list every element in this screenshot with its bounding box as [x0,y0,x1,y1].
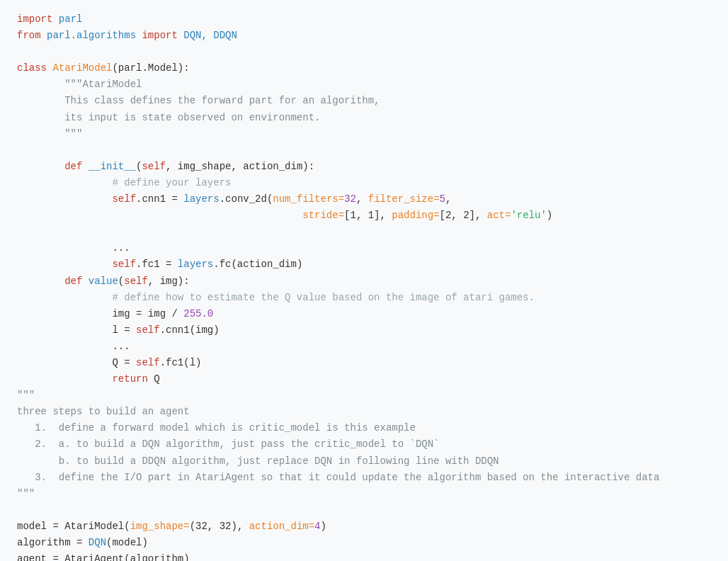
code-line: its input is state observed on environme… [17,110,711,126]
code-token: model = AtariModel( [17,521,130,532]
code-line: from parl.algorithms import DQN, DDQN [17,28,711,44]
code-line: agent = AtariAgent(algorithm) [17,551,711,561]
code-token: img_shape= [130,521,190,532]
code-token: # define how to estimate the Q value bas… [17,292,535,303]
code-line: """AtariModel [17,76,711,93]
code-token: DQN, DDQN [178,30,237,41]
code-line: # define how to estimate the Q value bas… [17,290,711,306]
code-token: [2, 2] [440,210,475,221]
code-token: value [89,276,118,287]
code-token: layers [183,193,219,205]
code-line [17,224,711,240]
code-token: class [17,62,47,74]
code-token: act= [487,210,511,221]
code-token: self [136,324,160,336]
code-token: layers [178,259,213,270]
code-token: , [237,521,249,532]
code-line: self.fc1 = layers.fc(action_dim) [17,256,711,273]
code-token: self [142,161,166,172]
code-token: stride= [302,210,344,221]
code-token: DQN [89,537,106,548]
code-token: 255.0 [183,308,213,319]
code-line: """ [17,126,711,142]
code-token: # define your layers [17,177,231,188]
code-token: 1. define a forward model which is criti… [17,422,416,434]
code-token: .cnn1(img) [160,324,220,336]
code-token: import [17,13,52,25]
code-line: def __init__(self, img_shape, action_dim… [17,159,711,175]
code-line: three steps to build an agent [17,404,711,420]
code-token: , [445,193,451,205]
code-token: Q = [17,357,136,368]
code-token: 3. define the I/O part in AtariAgent so … [17,472,659,483]
code-token: , img): [148,276,190,287]
code-line [17,142,711,159]
code-token: """ [17,488,35,499]
code-line: This class defines the forward part for … [17,93,711,109]
code-token: b. to build a DDQN algorithm, just repla… [17,455,499,467]
code-line: Q = self.fc1(l) [17,355,711,371]
code-token: self [124,276,148,287]
code-line: model = AtariModel(img_shape=(32, 32), a… [17,518,711,535]
code-token: .fc1 = [136,259,178,270]
code-token: return [112,373,147,385]
code-token: """AtariModel [17,79,142,90]
code-token: [1, 1] [344,210,380,221]
code-token: AtariModel [47,62,112,74]
code-line: 2. a. to build a DQN algorithm, just pas… [17,436,711,453]
code-line: # define your layers [17,175,711,191]
code-token: padding= [392,210,439,221]
code-token: 4 [314,521,320,532]
code-token: def [17,161,89,172]
code-line: img = img / 255.0 [17,306,711,322]
code-token: three steps to build an agent [17,406,190,417]
code-token: (parl.Model): [112,62,189,74]
code-token: , [356,193,368,205]
code-token: self [136,357,160,368]
code-line: return Q [17,371,711,387]
code-token: 32 [344,193,356,205]
code-line: algorithm = DQN(model) [17,535,711,551]
code-token: """ [17,128,82,140]
code-token: ... [17,341,130,352]
code-token: , [475,210,487,221]
code-token [17,193,112,205]
code-token: action_dim= [249,521,314,532]
code-token: its input is state observed on environme… [17,112,320,123]
code-token: .conv_2d( [220,193,273,205]
code-token: l = [17,324,136,336]
code-token: , img_shape, action_dim): [166,161,314,172]
code-token: .fc1(l) [160,357,202,368]
code-token: 2. a. to build a DQN algorithm, just pas… [17,438,440,450]
code-line: b. to build a DDQN algorithm, just repla… [17,453,711,470]
code-token: (32, 32) [190,521,237,532]
code-token: ) [547,210,552,221]
code-token: ) [321,521,326,532]
code-token: ( [118,276,124,287]
code-line [17,502,711,518]
code-token: agent = AtariAgent(algorithm) [17,553,190,561]
code-line: def value(self, img): [17,273,711,290]
code-token [17,373,112,385]
code-token: algorithm = [17,537,89,548]
code-line: import parl [17,11,711,28]
code-editor: import parlfrom parl.algorithms import D… [0,0,728,561]
code-line: ... [17,339,711,355]
code-line: 1. define a forward model which is criti… [17,420,711,436]
code-line: self.cnn1 = layers.conv_2d(num_filters=3… [17,191,711,208]
code-token: def [17,276,89,287]
code-line: stride=[1, 1], padding=[2, 2], act='relu… [17,208,711,224]
code-token: .cnn1 = [136,193,183,205]
code-token [17,210,302,221]
code-line: l = self.cnn1(img) [17,322,711,339]
code-line: """ [17,387,711,404]
code-line: ... [17,240,711,256]
code-token: __init__ [89,161,136,172]
code-token [17,259,112,270]
code-token: filter_size= [368,193,440,205]
code-token: self [112,193,136,205]
code-token: self [112,259,136,270]
code-token: from [17,30,41,41]
code-token: 'relu' [511,210,546,221]
code-token: """ [17,390,35,401]
